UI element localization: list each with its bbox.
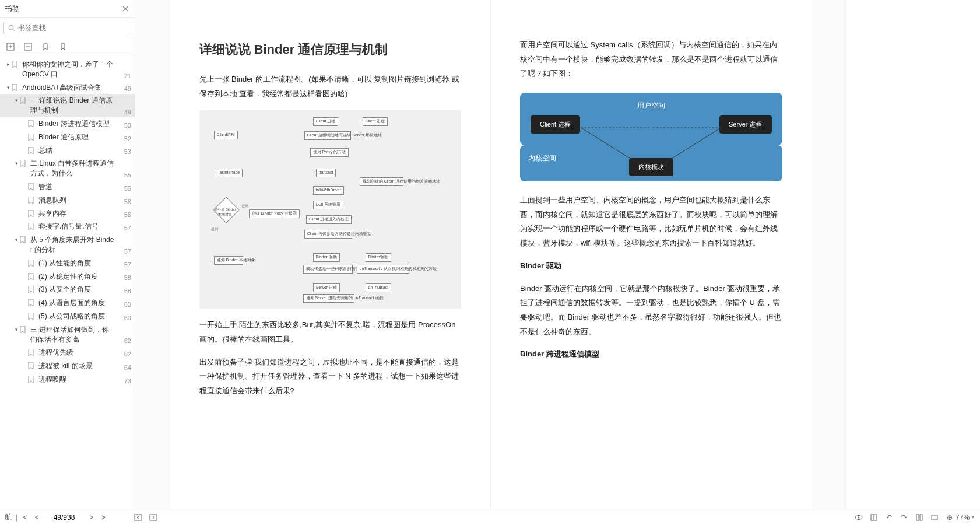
page-layout-button[interactable]: [915, 513, 924, 522]
bookmark-icon: [20, 236, 28, 244]
bookmark-tool-b[interactable]: [58, 42, 68, 51]
bookmark-page: 57: [117, 261, 131, 268]
bookmark-item[interactable]: ▸你和你的女神之间，差了一个 OpenCV 口21: [0, 58, 135, 81]
bookmark-item[interactable]: 总结53: [0, 144, 135, 158]
bookmark-item[interactable]: (1) 从性能的角度57: [0, 257, 135, 270]
nav-forward-button[interactable]: [148, 512, 159, 523]
bookmark-tool-a[interactable]: [41, 42, 50, 51]
bookmark-icon: [12, 84, 20, 92]
bookmark-item[interactable]: 进程唤醒73: [0, 373, 135, 386]
next-page-button[interactable]: >: [86, 512, 97, 523]
bookmark-icon: [28, 134, 36, 142]
bookmark-page: 64: [117, 364, 131, 371]
bookmark-item[interactable]: ▾一.详细说说 Binder 通信原理与机制49: [0, 94, 135, 117]
bookmark-outline-icon: [59, 43, 67, 51]
close-sidebar-button[interactable]: [121, 4, 130, 13]
bookmark-item[interactable]: 进程被 kill 的场景64: [0, 359, 135, 373]
fc-node: Client 再传参给方法传递给内核驱动: [304, 230, 352, 238]
fc-node: transact: [316, 169, 336, 177]
bookmark-page: 49: [117, 108, 131, 116]
diagram-connectors: [520, 116, 782, 180]
bookmark-icon: [28, 313, 36, 321]
page-number-input[interactable]: [47, 513, 82, 522]
bookmark-icon: [20, 160, 28, 168]
view-mode-button[interactable]: [854, 513, 863, 522]
page-left-column: 详细说说 Binder 通信原理与机制 先上一张 Binder 的工作流程图。(…: [170, 0, 491, 509]
kernel-user-diagram: 用户空间 Client 进程 Server 进程 内核空间 内核模块: [520, 93, 782, 181]
bookmark-item[interactable]: (2) 从稳定性的角度58: [0, 270, 135, 284]
prev-page-button[interactable]: <: [31, 512, 42, 523]
bookmark-icon: [28, 376, 36, 384]
bookmark-search-input[interactable]: [18, 24, 127, 32]
last-page-button[interactable]: >⎸: [101, 512, 112, 523]
paragraph: 先上一张 Binder 的工作流程图。(如果不清晰，可以 复制图片链接到浏览器 …: [199, 72, 462, 101]
bookmarks-sidebar: 书签 ▸你和你的女神之间，差了一个 OpenCV 口21▾AndroidBAT高…: [0, 0, 135, 509]
rotate-right-button[interactable]: ↷: [900, 513, 909, 522]
bookmark-item[interactable]: ▾AndroidBAT高级面试合集49: [0, 81, 135, 94]
bookmark-item[interactable]: (4) 从语言层面的角度60: [0, 296, 135, 310]
bookmark-page: 62: [117, 337, 131, 344]
search-icon: [8, 24, 16, 32]
bookmark-label: 进程优先级: [38, 348, 115, 358]
nav-back-button[interactable]: [133, 512, 143, 523]
back-icon: [134, 513, 142, 522]
bookmark-page: 57: [117, 225, 131, 232]
bookmark-icon: [20, 97, 28, 105]
bookmark-item[interactable]: 共享内存56: [0, 207, 135, 220]
svg-rect-10: [932, 515, 937, 520]
bookmark-label: 二.Linux 自带多种进程通信方式，为什么: [30, 159, 115, 178]
rotate-left-button[interactable]: ↶: [884, 513, 894, 522]
bookmark-label: 你和你的女神之间，差了一个 OpenCV 口: [22, 60, 115, 79]
bookmark-item[interactable]: ▾二.Linux 自带多种进程通信方式，为什么55: [0, 157, 135, 180]
bookmark-label: (5) 从公司战略的角度: [38, 312, 115, 321]
fc-node: Client 进程进入内核态: [306, 215, 352, 223]
fc-node: Client 超级明朗地写连续 Server 那块地址: [304, 131, 351, 139]
bookmark-label: (4) 从语言层面的角度: [38, 298, 115, 308]
section-heading: Binder 驱动: [520, 259, 782, 274]
bookmark-item[interactable]: ▾三.进程保活如何做到，你们保活率有多高62: [0, 323, 135, 346]
bookmark-label: Binder 通信原理: [38, 132, 115, 142]
chevron-down-icon[interactable]: ▼: [971, 514, 975, 520]
fc-node: Binder 驱动: [313, 253, 340, 261]
bookmark-label: 三.进程保活如何做到，你们保活率有多高: [30, 325, 115, 345]
bookmark-search-box[interactable]: [3, 22, 131, 34]
add-bookmark-button[interactable]: [6, 42, 15, 51]
tree-arrow-icon: ▾: [5, 85, 12, 90]
fit-width-button[interactable]: [930, 513, 939, 522]
svg-rect-9: [920, 514, 922, 520]
bookmark-item[interactable]: ▾从 5 个角度来展开对 Binder 的分析57: [0, 233, 135, 257]
bookmark-icon: [20, 326, 28, 334]
document-viewport[interactable]: 详细说说 Binder 通信原理与机制 先上一张 Binder 的工作流程图。(…: [135, 0, 846, 509]
bookmark-page: 60: [117, 301, 131, 308]
bookmark-item[interactable]: 进程优先级62: [0, 346, 135, 359]
bookmark-item[interactable]: (5) 从公司战略的角度60: [0, 310, 135, 323]
bookmark-page: 52: [117, 135, 131, 142]
bookmark-item[interactable]: Binder 通信原理52: [0, 131, 135, 144]
paragraph: 出发前预备子弹 我们知道进程之间，虚拟地址不同，是不能直接通信的，这是一种保护机…: [199, 355, 462, 398]
bookmark-page: 21: [117, 72, 131, 79]
first-page-button[interactable]: ⎸<: [16, 512, 27, 523]
bookmark-item[interactable]: Binder 跨进程通信模型50: [0, 117, 135, 131]
sidebar-title: 书签: [5, 4, 20, 14]
bookmark-page: 57: [117, 248, 131, 255]
bookmark-item[interactable]: 消息队列56: [0, 194, 135, 207]
tree-arrow-icon: ▾: [13, 160, 20, 166]
bookmark-icon: [28, 260, 36, 268]
bookmark-label: 进程被 kill 的场景: [38, 361, 115, 371]
section-heading: Binder 跨进程通信模型: [520, 347, 782, 362]
bookmark-item[interactable]: 管道55: [0, 180, 135, 194]
bookmark-page: 55: [117, 172, 131, 178]
bookmark-label: Binder 跨进程通信模型: [38, 119, 115, 129]
fc-diamond: 是不是 Binder本地对象: [213, 197, 239, 223]
svg-point-0: [9, 25, 13, 30]
bookmark-item[interactable]: 套接字.信号量.信号57: [0, 220, 135, 233]
layout-button[interactable]: [869, 513, 879, 522]
zoom-dropdown-button[interactable]: ⊕: [945, 513, 954, 522]
bookmark-label: AndroidBAT高级面试合集: [22, 83, 115, 93]
right-panel: [846, 0, 980, 509]
fit-icon: [930, 513, 939, 522]
remove-bookmark-button[interactable]: [23, 42, 33, 51]
add-icon: [6, 43, 15, 51]
layout-icon: [870, 513, 878, 522]
bookmark-item[interactable]: (3) 从安全的角度58: [0, 283, 135, 296]
